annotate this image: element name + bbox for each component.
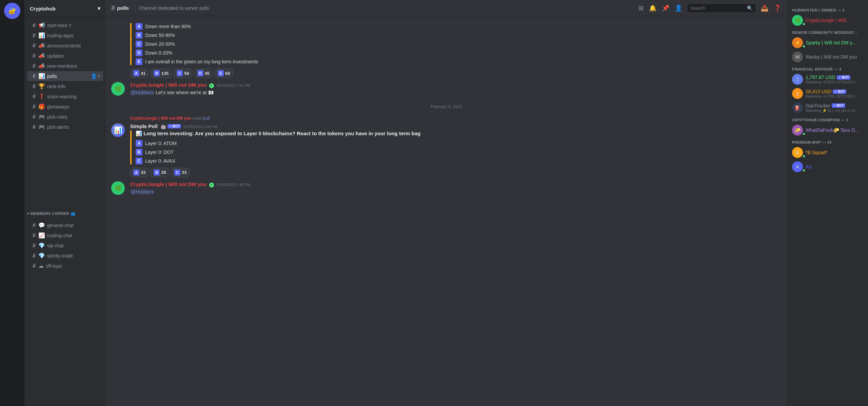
channel-header: # polls Channel dedicated to server poll…	[106, 0, 787, 16]
member-item[interactable]: ₿ 28,413 USD ✓ BOT Watching +4.79% | BTC…	[789, 87, 865, 100]
reaction-poll1-b[interactable]: B135	[151, 68, 172, 78]
ch-emoji-general-chat: 💬	[38, 222, 45, 228]
sidebar-item-polls[interactable]: #📊polls👤+	[27, 71, 103, 81]
server-header[interactable]: Cryptohub ▾	[24, 0, 106, 17]
reaction-letter: A	[133, 169, 139, 176]
online-status-dot	[802, 22, 806, 26]
reaction-poll1-a[interactable]: A41	[130, 68, 149, 78]
member-name: 1,797.87 USD	[806, 75, 835, 80]
member-item[interactable]: B *B Squad*	[789, 146, 865, 159]
reaction-count: 33	[182, 170, 186, 175]
member-avatar-wrap: B	[792, 147, 806, 158]
reaction-poll1-e[interactable]: E60	[215, 68, 233, 78]
sidebar-item-pick-roles[interactable]: #🎮pick-roles	[27, 112, 103, 122]
pin-icon[interactable]: 📌	[662, 4, 669, 12]
ch-emoji-trading-chat: 📈	[38, 232, 45, 239]
reaction-count: 33	[141, 170, 145, 175]
members-corner-category: ▾ MEMBERS CORNER 👥	[24, 206, 106, 217]
header-divider	[135, 4, 135, 12]
sidebar-item-trading-chat[interactable]: #📈trading-chat	[27, 230, 103, 240]
member-info: AS	[806, 164, 812, 169]
ch-emoji-announcements: 📣	[38, 42, 45, 49]
poll2-option-text: Layer 0: ATOM	[145, 141, 177, 146]
reaction-count: 60	[225, 71, 230, 76]
sidebar-item-updates[interactable]: #📣updates	[27, 51, 103, 61]
member-avatar-wrap: Ξ	[792, 74, 806, 85]
add-user-icon[interactable]: 👤+	[91, 73, 100, 79]
verified-badge-1: ✓	[209, 83, 214, 88]
sidebar-item-giveaways[interactable]: #🎁giveaways	[27, 102, 103, 111]
member-info: Wecky | Will not DM you	[806, 54, 857, 60]
search-input[interactable]	[690, 5, 747, 11]
member-avatar: B	[792, 147, 803, 158]
sidebar-item-general-chat[interactable]: #💬general-chat	[27, 220, 103, 230]
member-item[interactable]: ⚡ Sparky | Will not DM y...	[789, 36, 865, 49]
channel-list-members: #💬general-chat#📈trading-chat#💎vip-chat#💎…	[24, 217, 106, 406]
message-timestamp-1: 06/18/2022 7:31 PM	[217, 83, 250, 87]
hashtag-icon[interactable]: ⊞	[638, 4, 644, 12]
reaction-poll2-a[interactable]: A33	[130, 168, 149, 177]
reaction-poll2-c[interactable]: C33	[171, 168, 190, 177]
sidebar-item-vip-chat[interactable]: #💎vip-chat	[27, 241, 103, 250]
help-icon[interactable]: ❓	[774, 4, 781, 12]
member-section-title: HUBMASTER | OWNER — 1	[789, 5, 865, 14]
member-name: GasTracker	[806, 103, 830, 108]
ch-label-giveaways: giveaways	[47, 104, 69, 109]
ch-label-vip-chat: vip-chat	[47, 243, 64, 248]
server-icon[interactable]: 🔐	[4, 3, 20, 19]
main-content: # polls Channel dedicated to server poll…	[106, 0, 787, 406]
member-item[interactable]: W Wecky | Will not DM you	[789, 50, 865, 64]
reaction-letter: B	[154, 169, 160, 176]
sidebar-item-off-topic[interactable]: #☁off-topic	[27, 261, 103, 271]
channel-list: #📢start-here ‼#📊trading-apps#📣announceme…	[24, 17, 106, 206]
poll1-option-e: EI am overall in the green on my long te…	[136, 58, 781, 65]
sidebar-item-scam-warning[interactable]: #❗scam-warning	[27, 92, 103, 101]
avatar-crypticjungle-1: 🌿	[111, 82, 125, 96]
mention-hubbers-1: @Hubbers	[130, 90, 154, 95]
member-item[interactable]: 🌮 WhatDaFook🌮 Taco D...	[789, 123, 865, 137]
avatar-simplepoll: 📊	[111, 123, 125, 137]
reaction-poll1-d[interactable]: D45	[194, 68, 213, 78]
poll2-reactions[interactable]: A33B26C33	[130, 168, 781, 177]
ch-label-new-members: new-members	[47, 63, 77, 69]
poll-option-text: Down 20-50%	[145, 41, 175, 47]
member-avatar-wrap: W	[792, 52, 806, 62]
ch-label-strictly-trade: strictly-trade	[47, 253, 73, 259]
ch-label-polls: polls	[47, 74, 57, 79]
bot-badge-member: ✓ BOT	[833, 89, 846, 94]
sidebar-item-start-here[interactable]: #📢start-here ‼	[27, 20, 103, 30]
channel-name: polls	[117, 5, 129, 11]
bot-badge-2: ✓ BOT	[167, 124, 181, 128]
search-bar[interactable]: 🔍	[688, 4, 755, 12]
member-item[interactable]: 🌿 CrypticJungle | Will...	[789, 14, 865, 27]
member-item[interactable]: ⛽ GasTracker ✓ BOT Watching ⚡16 | ↑14 |⬇…	[789, 101, 865, 115]
member-avatar: A	[792, 161, 803, 172]
member-info: Sparky | Will not DM y...	[806, 40, 856, 45]
members-icon[interactable]: 👤	[675, 4, 682, 12]
sidebar-item-trading-apps[interactable]: #📊trading-apps	[27, 31, 103, 40]
used-command: /poll	[202, 116, 210, 121]
member-avatar-wrap: A	[792, 161, 806, 172]
ch-emoji-vip-chat: 💎	[38, 242, 45, 249]
notification-icon[interactable]: 🔔	[649, 4, 656, 12]
sidebar-item-pick-alerts[interactable]: #🎮pick-alerts	[27, 122, 103, 132]
sidebar-item-rank-info[interactable]: #🏆rank-info	[27, 81, 103, 91]
reaction-count: 135	[161, 71, 169, 76]
member-item[interactable]: A AS	[789, 160, 865, 174]
member-avatar-wrap: ⚡	[792, 37, 806, 48]
reaction-poll1-c[interactable]: C58	[174, 68, 192, 78]
poll-letter-c: C	[136, 41, 142, 47]
channel-description: Channel dedicated to server polls	[139, 5, 209, 11]
sidebar-item-new-members[interactable]: #📣new-members	[27, 61, 103, 71]
poll2-option-c: CLayer 0: AVAX	[136, 158, 781, 164]
hash-icon-scam-warning: #	[33, 94, 36, 100]
hash-icon-trading-apps: #	[33, 33, 36, 39]
sidebar-item-announcements[interactable]: #📣announcements	[27, 41, 103, 50]
member-info: *B Squad*	[806, 150, 828, 155]
member-item[interactable]: Ξ 1,797.87 USD ✓ BOT Watching +0.82% | E…	[789, 73, 865, 86]
inbox-icon[interactable]: 📥	[761, 4, 768, 12]
hash-icon-polls: #	[33, 73, 36, 79]
sidebar-item-strictly-trade[interactable]: #💎strictly-trade	[27, 251, 103, 261]
reaction-poll2-b[interactable]: B26	[151, 168, 169, 177]
poll-reactions-1[interactable]: A41B135C58D45E60	[130, 68, 781, 78]
